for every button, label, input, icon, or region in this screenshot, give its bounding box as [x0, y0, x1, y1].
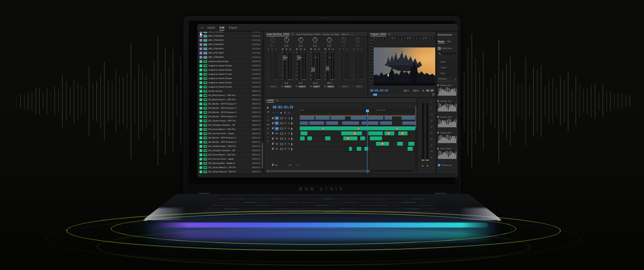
solo-button[interactable]: S: [288, 138, 290, 140]
audio-clip[interactable]: [315, 116, 330, 120]
record-button[interactable]: ●: [289, 48, 292, 51]
media-list-item[interactable]: ES_Birds Forest 1 - SFX Pro 48000 Hz: [198, 93, 261, 98]
play-icon[interactable]: [438, 148, 439, 149]
effect-badge-icon[interactable]: [396, 127, 398, 130]
label-color-chip[interactable]: [200, 98, 202, 101]
tab-browse[interactable]: Browse: [438, 40, 444, 43]
label-color-chip[interactable]: [200, 86, 202, 88]
pen-tool[interactable]: ✎: [267, 128, 269, 130]
track-name-box[interactable]: Audio 1: [270, 85, 277, 88]
voiceover-mic-icon[interactable]: [291, 122, 292, 124]
track-target-button[interactable]: A5: [275, 137, 279, 140]
sound-result-item[interactable]: Dynamic, Inspi: [438, 115, 457, 130]
source-patch-icon[interactable]: [280, 128, 283, 130]
label-color-chip[interactable]: [200, 73, 202, 76]
timeline-sync-row[interactable]: ✓ Timeline sync: [438, 164, 452, 166]
audio-clip[interactable]: [401, 116, 416, 120]
solo-button[interactable]: S: [342, 48, 345, 51]
audio-clip[interactable]: [397, 142, 403, 146]
mute-button[interactable]: M: [284, 143, 287, 145]
marker-icon[interactable]: ◆: [280, 111, 282, 114]
effect-badge-icon[interactable]: [322, 127, 324, 130]
voiceover-mic-icon[interactable]: [291, 133, 292, 135]
track-target-button[interactable]: A2: [275, 122, 279, 125]
project-scrollbar[interactable]: [262, 39, 263, 171]
label-color-chip[interactable]: [200, 52, 202, 54]
settings-gear-icon[interactable]: [432, 93, 434, 96]
category-row-moods[interactable]: › Moods: [437, 59, 458, 64]
sound-result-item[interactable]: Relaxing, Drea: [438, 83, 457, 98]
timeline-ruler[interactable]: 00:00 00:04:59:18: [300, 109, 416, 113]
audio-clip[interactable]: [349, 147, 352, 151]
tab-audio-track-mixer[interactable]: Audio Track Mixer: C0424: [296, 32, 320, 36]
sound-result-item[interactable]: Inspiring, Pop,: [438, 99, 457, 114]
media-list-item[interactable]: ES_Bonfire - SFX Producer 4 48000 Hz: [198, 140, 261, 144]
audio-clip[interactable]: [364, 147, 368, 151]
label-color-chip[interactable]: [200, 137, 202, 139]
media-list-item[interactable]: seagull-on-beach 15.wav 44100 Hz: [198, 64, 261, 68]
media-list-item[interactable]: seagull-on-beach 20.wav 44100 Hz: [198, 85, 261, 89]
label-color-chip[interactable]: [200, 162, 202, 165]
pan-knob[interactable]: [299, 37, 303, 42]
home-icon[interactable]: ⌂: [201, 26, 203, 29]
label-color-chip[interactable]: [200, 158, 202, 160]
solo-right-button[interactable]: S: [426, 164, 429, 167]
audio-clip[interactable]: [325, 137, 330, 140]
caption-icon[interactable]: ◫: [288, 111, 290, 114]
solo-button[interactable]: S: [271, 48, 274, 51]
track-name-box[interactable]: Audio 7: [356, 85, 363, 88]
snap-icon[interactable]: ∿: [273, 111, 275, 114]
fader-track[interactable]: [356, 52, 357, 81]
label-color-chip[interactable]: [200, 81, 202, 84]
track-target-button[interactable]: A3: [275, 127, 279, 130]
audio-clip[interactable]: [341, 132, 362, 135]
pan-knob[interactable]: [341, 37, 346, 42]
type-tool[interactable]: T: [267, 140, 269, 143]
label-color-chip[interactable]: [200, 90, 202, 93]
mute-button[interactable]: M: [295, 48, 299, 51]
track-name-box[interactable]: Audio 2: [284, 85, 292, 88]
fit-icon[interactable]: ↦: [297, 164, 299, 166]
mute-button[interactable]: M: [284, 117, 287, 120]
track-target-button[interactable]: A7: [275, 147, 279, 151]
media-list-item[interactable]: ES_Fireplace Outdoors - SF 48000 Hz: [198, 148, 261, 153]
solo-button[interactable]: S: [288, 117, 290, 120]
waveform-thumbnail[interactable]: [438, 150, 457, 159]
timeline-vertical-scrollbar[interactable]: [415, 105, 416, 169]
audio-clip[interactable]: [309, 121, 324, 125]
fader-handle[interactable]: [283, 56, 286, 60]
source-patch-icon[interactable]: [280, 122, 283, 124]
record-button[interactable]: ●: [360, 48, 363, 51]
media-list-item[interactable]: ES_Forest Birds 3 - SFX Pro 48000 Hz: [198, 127, 261, 132]
track-select-tool[interactable]: ⇉: [267, 111, 269, 113]
media-list-item[interactable]: seagull-on-beach 18.wav 44100 Hz: [198, 76, 261, 81]
media-list-item[interactable]: seagull-on-beach 17.wav 44100 Hz: [198, 72, 261, 76]
label-color-chip[interactable]: [200, 60, 202, 63]
track-header[interactable]: A2 M S: [272, 121, 300, 126]
audio-clip[interactable]: [357, 147, 361, 151]
source-patch-icon[interactable]: [280, 133, 283, 135]
mute-button[interactable]: M: [284, 127, 287, 130]
effect-badge-icon[interactable]: [347, 137, 349, 140]
effect-badge-icon[interactable]: [401, 132, 404, 135]
lock-icon[interactable]: [272, 123, 273, 124]
label-color-chip[interactable]: [200, 39, 202, 42]
tab-effect-controls[interactable]: Effect C: [342, 32, 349, 36]
waveform-thumbnail[interactable]: [438, 135, 457, 143]
track-name-box[interactable]: Audio 3: [299, 85, 306, 88]
media-list-item[interactable]: ES_Into the Forest - Jakob 48000 Hz: [198, 132, 261, 136]
tab-program[interactable]: Program: C0424: [371, 32, 386, 36]
program-scrubber[interactable]: [370, 94, 431, 96]
search-input[interactable]: [438, 52, 456, 55]
pan-knob[interactable]: [327, 37, 332, 42]
audio-clip[interactable]: [307, 137, 312, 140]
solo-button[interactable]: S: [288, 148, 290, 150]
label-color-chip[interactable]: [200, 43, 202, 46]
media-list-item[interactable]: ES_Fireplace Outdoors - SF 48000 Hz: [198, 123, 261, 127]
label-color-chip[interactable]: [200, 77, 202, 80]
record-button[interactable]: ●: [346, 48, 349, 51]
record-button[interactable]: ●: [275, 48, 278, 51]
track-target-button[interactable]: A1: [275, 116, 279, 120]
solo-left-button[interactable]: S: [421, 164, 424, 167]
sound-result-item[interactable]: Angry, Dynam: [438, 147, 457, 161]
